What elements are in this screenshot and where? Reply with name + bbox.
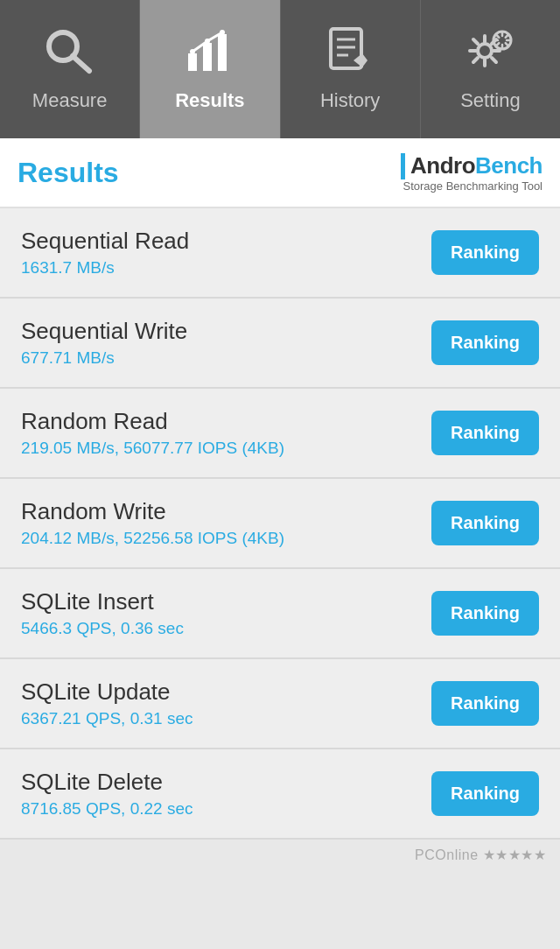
results-list: Sequential Read1631.7 MB/sRankingSequent… <box>0 208 560 840</box>
brand-name-part2: Bench <box>475 152 542 179</box>
result-info: Random Read219.05 MB/s, 56077.77 IOPS (4… <box>21 408 284 458</box>
tab-measure-label: Measure <box>32 89 108 112</box>
result-info: Random Write204.12 MB/s, 52256.58 IOPS (… <box>21 498 284 548</box>
tab-setting[interactable]: Setting <box>421 0 560 138</box>
ranking-button[interactable]: Ranking <box>431 771 539 816</box>
result-row: SQLite Update6367.21 QPS, 0.31 secRankin… <box>0 659 560 749</box>
tab-setting-label: Setting <box>460 89 521 112</box>
result-name: Random Read <box>21 408 284 435</box>
ranking-button[interactable]: Ranking <box>431 681 539 726</box>
result-value: 6367.21 QPS, 0.31 sec <box>21 709 192 728</box>
result-info: SQLite Insert5466.3 QPS, 0.36 sec <box>21 588 184 638</box>
result-row: Sequential Write677.71 MB/sRanking <box>0 299 560 389</box>
page-title: Results <box>18 157 119 189</box>
result-value: 5466.3 QPS, 0.36 sec <box>21 619 184 638</box>
result-row: Random Read219.05 MB/s, 56077.77 IOPS (4… <box>0 389 560 479</box>
watermark: PCOnline ★★★★★ <box>0 840 560 874</box>
tab-measure[interactable]: Measure <box>0 0 140 138</box>
brand-name: AndroBench <box>410 152 542 179</box>
result-value: 8716.85 QPS, 0.22 sec <box>21 799 192 819</box>
ranking-button[interactable]: Ranking <box>431 230 539 275</box>
result-name: Sequential Write <box>21 318 187 345</box>
tab-history-label: History <box>320 89 380 112</box>
gear-icon <box>464 27 516 82</box>
result-value: 677.71 MB/s <box>21 348 187 368</box>
result-row: SQLite Delete8716.85 QPS, 0.22 secRankin… <box>0 749 560 840</box>
search-icon <box>44 27 96 82</box>
brand-logo: AndroBench Storage Benchmarking Tool <box>401 152 542 193</box>
tab-bar: Measure Results <box>0 0 560 138</box>
result-value: 219.05 MB/s, 56077.77 IOPS (4KB) <box>21 439 284 458</box>
chart-icon <box>184 27 236 82</box>
brand-name-part1: Andro <box>410 152 475 179</box>
svg-rect-4 <box>218 34 227 71</box>
result-name: Random Write <box>21 498 284 525</box>
tab-results-label: Results <box>175 89 244 112</box>
svg-point-6 <box>205 39 210 44</box>
result-row: Sequential Read1631.7 MB/sRanking <box>0 208 560 299</box>
ranking-button[interactable]: Ranking <box>431 320 539 365</box>
result-row: Random Write204.12 MB/s, 52256.58 IOPS (… <box>0 479 560 569</box>
ranking-button[interactable]: Ranking <box>431 411 539 455</box>
ranking-button[interactable]: Ranking <box>431 591 539 636</box>
svg-point-13 <box>478 44 492 58</box>
result-name: Sequential Read <box>21 228 189 255</box>
page-header: Results AndroBench Storage Benchmarking … <box>0 138 560 208</box>
brand-accent-bar <box>401 153 405 179</box>
result-value: 204.12 MB/s, 52256.58 IOPS (4KB) <box>21 529 284 548</box>
result-info: SQLite Update6367.21 QPS, 0.31 sec <box>21 678 192 728</box>
tab-history[interactable]: History <box>281 0 421 138</box>
result-info: Sequential Read1631.7 MB/s <box>21 228 189 278</box>
result-info: Sequential Write677.71 MB/s <box>21 318 187 368</box>
brand-tagline: Storage Benchmarking Tool <box>403 179 542 193</box>
svg-line-1 <box>73 56 89 71</box>
result-value: 1631.7 MB/s <box>21 258 189 278</box>
svg-point-7 <box>220 30 225 35</box>
result-info: SQLite Delete8716.85 QPS, 0.22 sec <box>21 769 192 819</box>
result-name: SQLite Insert <box>21 588 184 615</box>
svg-point-5 <box>190 49 195 54</box>
result-row: SQLite Insert5466.3 QPS, 0.36 secRanking <box>0 569 560 659</box>
result-name: SQLite Delete <box>21 769 192 796</box>
document-icon <box>324 27 376 82</box>
tab-results[interactable]: Results <box>140 0 280 138</box>
svg-rect-3 <box>203 43 212 71</box>
svg-rect-2 <box>188 53 197 71</box>
result-name: SQLite Update <box>21 678 192 706</box>
ranking-button[interactable]: Ranking <box>431 501 539 545</box>
